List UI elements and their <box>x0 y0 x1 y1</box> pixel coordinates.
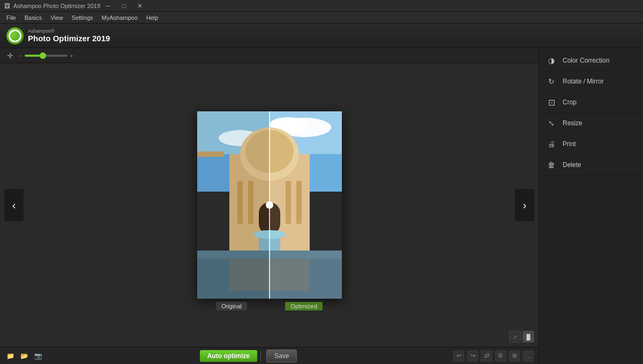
import-icon[interactable]: 📂 <box>18 350 30 362</box>
photo-original-side <box>197 111 270 299</box>
main-area: ✛ − + ‹ <box>0 48 643 364</box>
split-view-button[interactable]: ▐▌ <box>522 331 534 343</box>
title-bar-text: Ashampoo Photo Optimizer 2019 <box>13 3 100 9</box>
photo-labels: Original Optimized <box>197 302 342 310</box>
pan-tool-button[interactable]: ✛ <box>4 50 16 62</box>
rotate-mirror-label: Rotate / Mirror <box>563 78 604 85</box>
expand-button[interactable]: ⊞ <box>509 350 520 362</box>
zoom-control: − + <box>19 52 73 59</box>
zoom-plus-label: + <box>70 52 73 59</box>
previous-image-button[interactable]: ‹ <box>4 189 24 221</box>
photo-container: Original Optimized <box>197 111 342 299</box>
print-icon: 🖨 <box>545 138 557 150</box>
undo-button[interactable]: ↩ <box>453 350 465 362</box>
window-controls: ─ □ ✕ <box>100 0 147 12</box>
maximize-button[interactable]: □ <box>116 0 131 12</box>
split-handle[interactable] <box>266 201 273 209</box>
svg-rect-16 <box>197 251 270 259</box>
print-label: Print <box>563 140 576 148</box>
resize-label: Resize <box>563 119 582 127</box>
color-correction-icon: ◑ <box>545 55 557 66</box>
next-image-button[interactable]: › <box>515 189 534 221</box>
auto-optimize-button[interactable]: Auto optimize <box>200 350 257 362</box>
tool-print[interactable]: 🖨 Print <box>539 134 643 155</box>
logo-icon <box>6 27 24 44</box>
split-divider[interactable] <box>269 111 270 299</box>
redo-button[interactable]: ↪ <box>467 350 478 362</box>
close-button[interactable]: ✕ <box>132 0 147 12</box>
tool-resize[interactable]: ⤡ Resize <box>539 113 643 134</box>
svg-rect-19 <box>229 259 270 291</box>
rotate-mirror-icon: ↻ <box>545 75 557 87</box>
tool-color-correction[interactable]: ◑ Color Correction <box>539 50 643 71</box>
canvas-area: ✛ − + ‹ <box>0 48 539 364</box>
delete-icon: 🗑 <box>545 159 557 171</box>
bottom-right-tools: ↩ ↪ ⇄ ⚙ ⊞ … <box>453 350 534 362</box>
options-button[interactable]: ⚙ <box>495 350 506 362</box>
menu-view[interactable]: View <box>46 13 68 22</box>
menu-file[interactable]: File <box>2 13 20 22</box>
svg-rect-32 <box>296 181 302 224</box>
original-label: Original <box>216 302 247 310</box>
svg-rect-35 <box>270 251 342 259</box>
view-mode-controls: ⤢ ▐▌ <box>509 331 534 343</box>
zoom-slider[interactable] <box>25 55 68 57</box>
photo-optimized-side <box>270 111 342 299</box>
menu-settings[interactable]: Settings <box>68 13 98 22</box>
svg-rect-10 <box>237 181 243 224</box>
canvas-bottom-toolbar: 📁 📂 📷 Auto optimize Save ↩ ↪ ⇄ ⚙ ⊞ … <box>0 347 539 364</box>
svg-rect-31 <box>286 181 291 224</box>
save-button[interactable]: Save <box>266 350 297 362</box>
tool-rotate-mirror[interactable]: ↻ Rotate / Mirror <box>539 71 643 92</box>
delete-label: Delete <box>563 161 581 169</box>
color-correction-label: Color Correction <box>563 57 609 64</box>
main-action-controls: Auto optimize Save <box>200 350 297 362</box>
bottom-left-tools: 📁 📂 📷 <box>4 350 44 362</box>
menu-help[interactable]: Help <box>142 13 163 22</box>
crop-label: Crop <box>563 98 577 106</box>
minimize-button[interactable]: ─ <box>100 0 115 12</box>
svg-rect-38 <box>270 259 310 291</box>
add-files-icon[interactable]: 📁 <box>4 350 16 362</box>
resize-icon: ⤡ <box>545 117 557 129</box>
logo-bar: Ashampoo® Photo Optimizer 2019 <box>0 24 643 48</box>
zoom-minus-label: − <box>19 52 23 59</box>
logo-app-name: Photo Optimizer 2019 <box>28 34 110 43</box>
svg-rect-9 <box>197 151 224 157</box>
compare-button[interactable]: ⇄ <box>481 350 492 362</box>
logo-brand: Ashampoo® <box>28 28 110 34</box>
camera-icon[interactable]: 📷 <box>32 350 44 362</box>
app-icon: 🖼 <box>4 3 10 9</box>
crop-icon: ⊡ <box>545 96 557 108</box>
image-viewer: ‹ <box>0 63 539 347</box>
right-sidebar: ◑ Color Correction ↻ Rotate / Mirror ⊡ C… <box>539 48 643 364</box>
menu-bar: File Basics View Settings MyAshampoo Hel… <box>0 12 643 24</box>
svg-rect-11 <box>248 181 253 224</box>
divider <box>260 351 261 361</box>
more-button[interactable]: … <box>522 350 534 362</box>
top-toolbar: ✛ − + <box>0 48 539 63</box>
fullscreen-button[interactable]: ⤢ <box>509 331 521 343</box>
menu-basics[interactable]: Basics <box>20 13 46 22</box>
tool-delete[interactable]: 🗑 Delete <box>539 155 643 176</box>
tool-crop[interactable]: ⊡ Crop <box>539 92 643 113</box>
logo-text: Ashampoo® Photo Optimizer 2019 <box>28 28 110 43</box>
title-bar: 🖼 Ashampoo Photo Optimizer 2019 ─ □ ✕ <box>0 0 643 12</box>
optimized-label: Optimized <box>285 302 323 310</box>
menu-myashampoo[interactable]: MyAshampoo <box>98 13 142 22</box>
